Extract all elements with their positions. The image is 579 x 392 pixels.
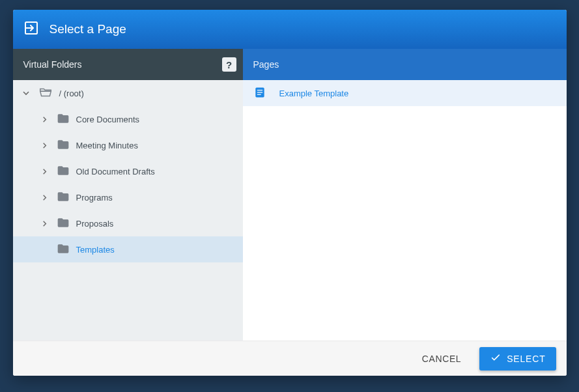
folder-icon [57,112,70,127]
chevron-right-icon[interactable] [39,218,50,229]
tree-item-label: Core Documents [76,115,235,124]
folder-icon [57,138,70,153]
svg-rect-3 [257,92,262,92]
tree-item-label: Meeting Minutes [76,141,235,150]
folder-icon [57,164,70,179]
virtual-folders-header: Virtual Folders ? [13,49,243,80]
select-page-dialog: Select a Page Virtual Folders ? [13,10,567,376]
virtual-folders-title: Virtual Folders [23,59,82,70]
dialog-title: Select a Page [49,22,126,36]
tree-item-templates[interactable]: Templates [13,236,243,262]
tree-item-label: Templates [76,245,235,255]
tree-item-label: Old Document Drafts [76,167,235,176]
page-item-label: Example Template [279,89,349,98]
pages-panel: Pages Example Template [243,49,567,341]
chevron-right-icon[interactable] [39,192,50,203]
folder-icon [57,216,70,231]
dialog-footer: CANCEL SELECT [13,341,567,376]
document-icon [253,86,266,101]
page-item-example-template[interactable]: Example Template [243,80,567,106]
folder-tree: / (root) Core Documents [13,80,243,341]
dialog-header: Select a Page [13,10,567,49]
check-icon [490,352,501,365]
chevron-right-icon[interactable] [39,140,50,151]
help-icon[interactable]: ? [222,57,236,72]
virtual-folders-panel: Virtual Folders ? / (root) [13,49,243,341]
svg-rect-2 [257,89,262,90]
folder-icon [57,190,70,205]
pages-title: Pages [253,59,279,70]
svg-rect-4 [257,94,261,94]
tree-item-label: Programs [76,193,235,203]
tree-item-core-documents[interactable]: Core Documents [13,106,243,132]
chevron-down-icon[interactable] [21,88,32,99]
dialog-body: Virtual Folders ? / (root) [13,49,567,341]
folder-open-icon [38,85,53,102]
tree-item-programs[interactable]: Programs [13,184,243,210]
tree-item-proposals[interactable]: Proposals [13,210,243,236]
tree-item-meeting-minutes[interactable]: Meeting Minutes [13,132,243,158]
tree-item-label: Proposals [76,219,235,229]
pages-header: Pages [243,49,567,80]
cancel-button[interactable]: CANCEL [416,348,468,369]
exit-to-app-icon [23,20,39,39]
folder-icon [57,242,70,257]
select-button[interactable]: SELECT [479,347,556,371]
tree-root-label: / (root) [59,89,235,98]
chevron-right-icon[interactable] [39,166,50,177]
select-button-label: SELECT [507,354,545,364]
tree-root[interactable]: / (root) [13,80,243,106]
chevron-right-icon[interactable] [39,114,50,125]
pages-list: Example Template [243,80,567,341]
tree-item-old-document-drafts[interactable]: Old Document Drafts [13,158,243,184]
